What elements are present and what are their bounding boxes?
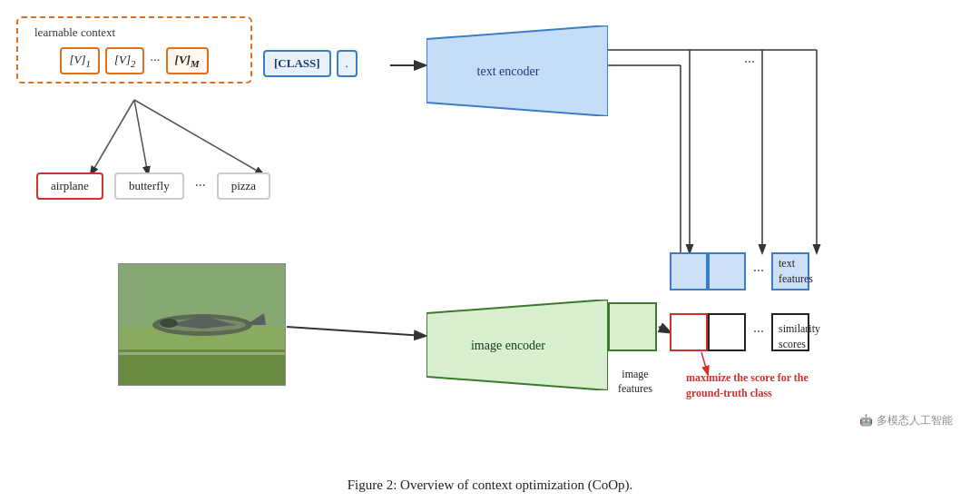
figure-caption: Figure 2: Overview of context optimizati… xyxy=(0,472,980,497)
diagram-container: learnable context [V]1 [V]2 ··· [V]M [CL… xyxy=(0,0,980,472)
dot-token-box: . xyxy=(337,50,358,77)
sim-scores-dots: ··· xyxy=(753,324,764,340)
svg-line-2 xyxy=(134,100,263,174)
svg-line-9 xyxy=(287,327,425,336)
text-features-label: textfeatures xyxy=(779,256,813,287)
watermark: 🤖 多模态人工智能 xyxy=(859,413,953,428)
airplane-image-svg xyxy=(119,263,285,386)
svg-line-1 xyxy=(134,100,148,174)
text-feat-box-1b xyxy=(708,252,746,290)
v-tokens-row: [V]1 [V]2 ··· [V]M xyxy=(60,47,208,74)
text-feat-box-1a xyxy=(670,252,708,290)
sim-pair-1 xyxy=(670,313,746,351)
class-labels-dots: ··· xyxy=(195,178,206,194)
v-tokens-dots: ··· xyxy=(150,53,160,68)
caption-text: Figure 2: Overview of context optimizati… xyxy=(348,477,633,492)
class-labels-row: airplane butterfly ··· pizza xyxy=(36,172,270,200)
sim-box-2 xyxy=(708,313,746,351)
text-feat-dots: ··· xyxy=(753,263,764,280)
learnable-context-box: learnable context [V]1 [V]2 ··· [V]M xyxy=(16,16,252,84)
watermark-icon: 🤖 xyxy=(859,414,873,428)
sim-box-highlight xyxy=(670,313,708,351)
image-features-box xyxy=(608,302,657,351)
watermark-text: 多模态人工智能 xyxy=(877,413,953,428)
airplane-photo xyxy=(118,263,286,386)
v-token-m: [V]M xyxy=(166,47,209,74)
v-token-2: [V]2 xyxy=(105,47,144,74)
similarity-scores-label: similarityscores xyxy=(779,321,820,352)
svg-line-11 xyxy=(659,327,670,332)
image-encoder-svg: image encoder xyxy=(426,300,608,390)
top-dots: ··· xyxy=(744,54,755,71)
maximize-label: maximize the score for the ground-truth … xyxy=(686,370,840,401)
text-feat-pair-1 xyxy=(670,252,746,290)
image-features-label: imagefeatures xyxy=(606,368,664,396)
svg-rect-27 xyxy=(119,352,285,355)
text-encoder-svg: text encoder xyxy=(426,25,608,116)
v-token-1: [V]1 xyxy=(60,47,99,74)
class-label-pizza: pizza xyxy=(217,172,270,200)
svg-line-0 xyxy=(91,100,134,174)
text-encoder: text encoder xyxy=(426,25,608,120)
image-encoder: image encoder xyxy=(426,300,608,394)
svg-text:image encoder: image encoder xyxy=(471,339,545,352)
svg-text:text encoder: text encoder xyxy=(477,64,540,78)
svg-point-26 xyxy=(160,319,178,328)
class-section: [CLASS] . xyxy=(263,50,358,77)
class-token-box: [CLASS] xyxy=(263,50,331,77)
class-label-airplane: airplane xyxy=(36,172,103,200)
class-label-butterfly: butterfly xyxy=(114,172,184,200)
learnable-context-label: learnable context xyxy=(34,25,115,40)
